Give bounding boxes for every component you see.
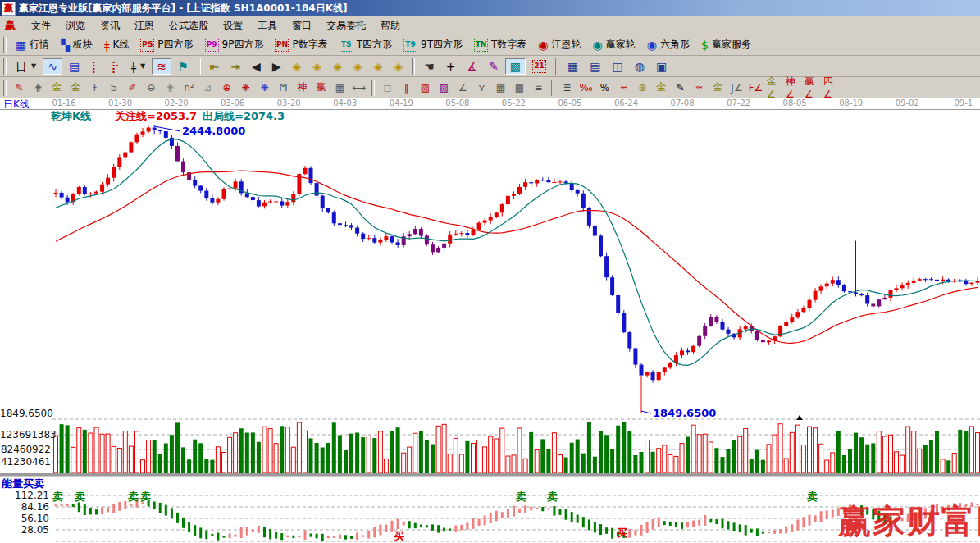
h-arrow-tool[interactable]: ⟷ <box>350 79 367 97</box>
menu-item-9[interactable]: 帮助 <box>373 17 408 34</box>
p-square-button[interactable]: PSP四方形 <box>135 35 198 54</box>
ying-tool[interactable]: 赢 <box>312 79 330 97</box>
gold-s-tool[interactable]: 金 <box>709 79 727 97</box>
p-table-button[interactable]: PNP数字表 <box>270 35 332 54</box>
panel-button[interactable]: ▩ <box>505 58 526 75</box>
single-candle-button[interactable]: ǂ▼ <box>126 58 151 75</box>
bars3-button[interactable]: ⡇ <box>86 58 104 75</box>
gann-grid-tool[interactable]: ⋕ <box>30 79 47 97</box>
angle-tool[interactable]: ∠ <box>454 79 472 97</box>
expand-h-button[interactable]: ◈ <box>328 58 347 75</box>
list-tool[interactable]: ≣ <box>558 79 576 97</box>
menu-item-1[interactable]: 浏览 <box>58 17 93 34</box>
pen-tool[interactable]: ✎ <box>11 79 28 97</box>
t-table-button[interactable]: TNT数字表 <box>469 35 531 54</box>
gold-circle-tool[interactable]: ⊛ <box>634 79 651 97</box>
volume-axis-label-3: 41230461 <box>0 456 51 468</box>
parallel-tool[interactable]: ≡ <box>530 79 547 97</box>
shift-right-button[interactable]: ◈ <box>308 58 326 75</box>
menu-item-4[interactable]: 公式选股 <box>162 17 216 34</box>
box-fan-purple-tool[interactable]: ▨ <box>435 79 453 97</box>
winner-service-button[interactable]: $赢家服务 <box>696 35 756 54</box>
menu-item-6[interactable]: 工具 <box>250 17 285 34</box>
minute-chart-button[interactable]: ∿ <box>43 58 62 75</box>
9t-square-button[interactable]: T99T四方形 <box>399 35 467 54</box>
calculator-button[interactable]: ▦ <box>563 58 583 75</box>
t-square-button[interactable]: TST四方形 <box>335 35 397 54</box>
n2-tool[interactable]: n² <box>180 79 198 97</box>
winner-wheel-button[interactable]: ◉赢家轮 <box>588 35 640 54</box>
measure-button[interactable]: ∡ <box>463 58 483 75</box>
hexagon-button[interactable]: ◉六角形 <box>642 35 695 54</box>
compass-tool[interactable]: ⊕ <box>218 79 235 97</box>
gold-line2-tool[interactable]: 金 <box>67 79 84 97</box>
shen-angle-tool[interactable]: 神∠ <box>785 79 802 97</box>
fan-tool[interactable]: ∥ <box>398 79 415 97</box>
gann-wheel-button[interactable]: ◉江恩轮 <box>533 35 586 54</box>
ruler-tool[interactable]: ▦ <box>331 79 349 97</box>
volume-axis-label-2: 82460922 <box>0 444 51 455</box>
next-bar-button[interactable]: ▶ <box>267 58 286 75</box>
web-blue-tool[interactable]: ❋ <box>256 79 273 97</box>
f-line-tool[interactable]: Ŧ <box>86 79 103 97</box>
wave-tool[interactable]: ≈ <box>691 79 708 97</box>
measure-button-icon: ∡ <box>467 61 478 72</box>
expand-v-button[interactable]: ◈ <box>369 58 388 75</box>
circle-tool[interactable]: ⊖ <box>143 79 160 97</box>
save-button[interactable]: ◫ <box>608 58 628 75</box>
sectors-button[interactable]: ▚板块 <box>56 35 98 54</box>
grid2-tool[interactable]: ▦ <box>492 79 509 97</box>
crosshair-button[interactable]: + <box>441 58 461 75</box>
fit-all-button[interactable]: ◈ <box>389 58 408 75</box>
chip-distribution-button[interactable]: ≋ <box>152 58 171 75</box>
first-page-button[interactable]: ⇤ <box>205 58 225 75</box>
five-tool[interactable]: Ƽ <box>105 79 122 97</box>
shen-tool[interactable]: 神 <box>294 79 311 97</box>
menu-item-5[interactable]: 设置 <box>216 17 250 34</box>
color-flag-button[interactable]: ⚑ <box>173 58 194 75</box>
ying-angle-tool[interactable]: 赢∠ <box>804 79 821 97</box>
f10-info-button[interactable]: ▤ <box>64 58 84 75</box>
9p-square-button[interactable]: P99P四方形 <box>200 35 269 54</box>
quotes-button[interactable]: ▦行情 <box>11 35 54 54</box>
menu-item-8[interactable]: 交易委托 <box>319 17 373 34</box>
box-fan-red-tool[interactable]: ▨ <box>417 79 434 97</box>
m-tool[interactable]: Ϻ <box>275 79 292 97</box>
menu-item-0[interactable]: 文件 <box>24 17 58 34</box>
pen2-tool[interactable]: ✐ <box>124 79 141 97</box>
menu-item-2[interactable]: 资讯 <box>93 17 127 34</box>
diff-tool[interactable]: ≂ <box>615 79 632 97</box>
grid3-tool[interactable]: ▩ <box>511 79 528 97</box>
arc-tool[interactable]: ⊿ <box>199 79 217 97</box>
gold-l-tool[interactable]: 金 <box>653 79 670 97</box>
calendar-21-button[interactable]: 21 <box>527 57 551 75</box>
shift-left-button[interactable]: ◈ <box>288 58 307 75</box>
f-angle-tool[interactable]: F∠ <box>747 79 764 97</box>
percent-tool[interactable]: % <box>596 79 613 97</box>
kline-button[interactable]: ǂK线 <box>99 35 134 54</box>
gold-angle-tool[interactable]: 金∠ <box>766 79 783 97</box>
menu-item-3[interactable]: 江恩 <box>127 17 162 34</box>
print-button[interactable]: ▣ <box>651 58 672 75</box>
period-day-button[interactable]: 日▼ <box>11 58 41 75</box>
j-angle-tool[interactable]: J∠ <box>728 79 745 97</box>
annotate-button[interactable]: ✎ <box>484 58 504 75</box>
menu-item-7[interactable]: 窗口 <box>285 17 319 34</box>
comb-tool[interactable]: ⋕ <box>162 79 179 97</box>
prev-bar-button[interactable]: ◀ <box>247 58 266 75</box>
web-red-tool[interactable]: ❋ <box>237 79 254 97</box>
export-button[interactable]: ◍ <box>630 58 650 75</box>
v-tool[interactable]: ⋎ <box>473 79 490 97</box>
memo-button[interactable]: ▤ <box>585 58 605 75</box>
gold-line-tool[interactable]: 金 <box>48 79 66 97</box>
hand-drag-button[interactable]: ☚ <box>419 58 440 75</box>
last-page-button[interactable]: ⇥ <box>226 58 245 75</box>
box-tool[interactable]: ◻ <box>379 79 396 97</box>
four-angle-tool[interactable]: 四∠ <box>823 79 840 97</box>
chart-canvas[interactable] <box>0 109 980 543</box>
brush-tool[interactable]: ✎ <box>672 79 689 97</box>
permille-tool[interactable]: ‰ <box>577 79 595 97</box>
title-bar[interactable]: 赢 赢家江恩专业版[赢家内部服务平台] - [上证指数 SH1A0001-184… <box>0 0 980 16</box>
compress-h-button[interactable]: ◈ <box>349 58 367 75</box>
bars9-button[interactable]: ⡗ <box>106 58 124 75</box>
